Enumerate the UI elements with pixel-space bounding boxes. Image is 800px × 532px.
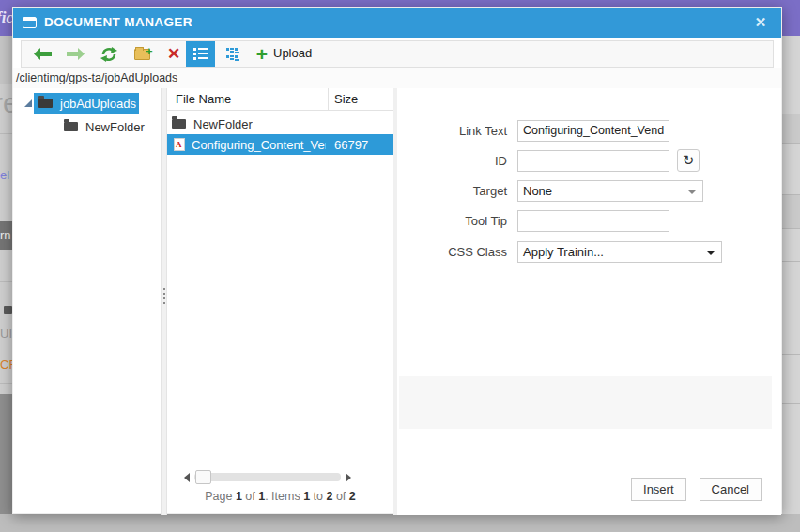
folder-icon [38,99,53,108]
empty-section [399,376,772,429]
id-input[interactable] [517,150,669,172]
tree-item-jobaduploads[interactable]: jobAdUploads [34,93,139,114]
insert-button[interactable]: Insert [631,478,686,501]
link-properties-panel: Link Text ID ↻ Target None Tool Tip CS [397,88,781,515]
grid-view-icon [226,48,239,60]
target-label: Target [397,184,517,198]
refresh-icon: ↻ [683,152,695,169]
target-dropdown[interactable]: None [517,180,703,202]
delete-x-icon: ✕ [167,44,180,64]
file-name: NewFolder [193,117,253,131]
list-view-icon [193,48,208,60]
background-link-fragment: el [0,168,9,182]
background-button-fragment: rn [0,221,12,250]
scrollbar-track[interactable] [194,473,341,481]
forward-arrow-icon [67,48,85,60]
upload-button-label[interactable]: Upload [273,46,312,60]
scroll-left-icon[interactable] [184,473,190,482]
pager-status: Page 1 of 1. Items 1 to 2 of 2 [167,490,393,503]
refresh-icon [100,46,118,63]
tool-tip-label: Tool Tip [397,214,517,228]
id-refresh-button[interactable]: ↻ [677,149,700,172]
back-arrow-icon [34,48,52,60]
column-header-size[interactable]: Size [334,92,358,106]
dialog-title: DOCUMENT MANAGER [44,15,192,29]
grid-view-button[interactable] [219,41,247,67]
scroll-right-icon[interactable] [346,473,351,482]
splitter-grip-icon[interactable] [163,288,165,307]
file-size: 66797 [334,138,368,152]
background-icon [4,306,12,314]
link-text-label: Link Text [397,124,517,138]
link-text-input[interactable] [517,120,669,142]
css-class-label: CSS Class [397,245,517,259]
toolbar: + ✕ + Upload [21,40,774,68]
pdf-file-icon: A [174,138,185,151]
background-right-strip [782,36,800,532]
tool-tip-input[interactable] [517,210,669,232]
file-list-header: File Name Size [167,88,393,111]
window-icon [23,17,37,28]
back-button[interactable] [30,41,54,67]
file-row-selected[interactable]: A Configuring_Content_Vendo 66797 [167,134,393,155]
column-header-file-name[interactable]: File Name [176,92,231,106]
folder-tree-panel: jobAdUploads NewFolder [13,88,161,515]
dialog-title-bar[interactable]: DOCUMENT MANAGER ✕ [13,8,781,38]
file-row-newfolder[interactable]: NewFolder [167,114,393,134]
chevron-down-icon [688,190,696,194]
file-name: Configuring_Content_Vendo [192,138,326,152]
breadcrumb-path: /clientimg/gps-ta/jobAdUploads [13,68,781,88]
folder-icon [172,119,186,129]
list-view-button[interactable] [186,41,215,67]
tree-expand-icon[interactable] [24,99,32,107]
panel-splitter[interactable] [161,88,167,515]
tree-item-label: NewFolder [85,120,145,134]
new-folder-icon: + [134,49,150,60]
new-folder-button[interactable]: + [129,41,155,67]
cancel-button[interactable]: Cancel [700,478,762,501]
css-class-dropdown[interactable]: Apply Trainin... [517,241,722,263]
upload-button[interactable]: + [253,41,271,67]
id-label: ID [397,154,517,168]
tree-item-newfolder[interactable]: NewFolder [59,116,145,137]
upload-plus-icon: + [256,43,268,66]
document-manager-dialog: DOCUMENT MANAGER ✕ + ✕ [12,7,782,514]
scrollbar-thumb[interactable] [195,470,211,484]
file-list-panel: File Name Size NewFolder A Configuring_C… [167,88,397,515]
delete-button[interactable]: ✕ [162,41,186,67]
background-logo-fragment: fic [0,8,13,27]
tree-item-label: jobAdUploads [60,97,136,111]
chevron-down-icon [707,251,715,255]
horizontal-scrollbar[interactable] [167,469,393,485]
refresh-button[interactable] [97,41,121,67]
folder-icon [64,122,78,131]
forward-button[interactable] [63,41,87,67]
close-icon[interactable]: ✕ [751,13,770,32]
